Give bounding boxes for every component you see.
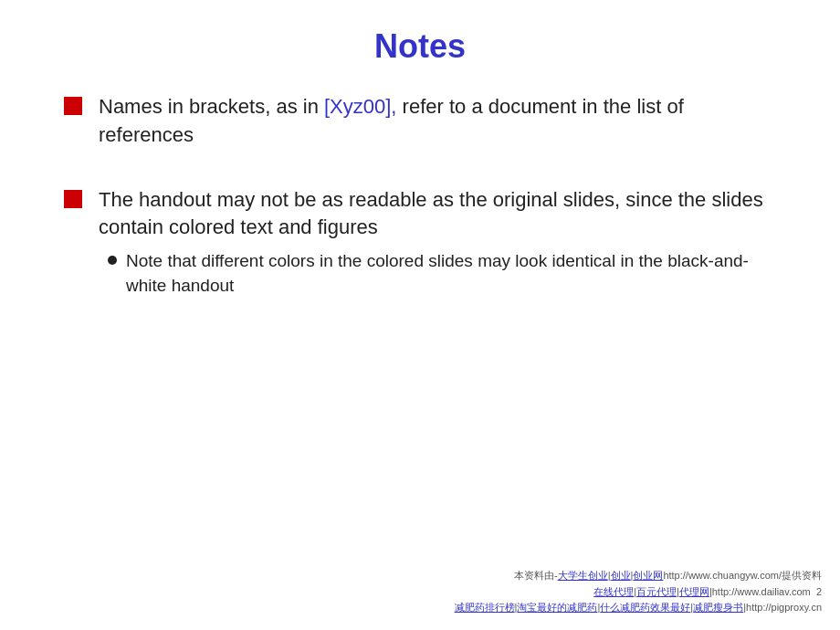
footer-line-2: 在线代理|百元代理|代理网|http://www.dailiav.com 2 bbox=[455, 584, 822, 601]
bullet-square-2 bbox=[64, 190, 82, 208]
bullet-text-1: Names in brackets, as in [Xyz00], refer … bbox=[99, 93, 776, 150]
footer-link-diet4[interactable]: 减肥瘦身书 bbox=[693, 602, 743, 613]
footer-link-diet2[interactable]: 淘宝最好的减肥药 bbox=[517, 602, 597, 613]
footer-link-proxy-net[interactable]: 代理网 bbox=[679, 586, 709, 597]
slide-title: Notes bbox=[55, 18, 785, 66]
bullet-item-1: Names in brackets, as in [Xyz00], refer … bbox=[64, 93, 776, 150]
sub-bullet-text-1: Note that different colors in the colore… bbox=[126, 249, 776, 298]
footer: 本资料由-大学生创业|创业|创业网http://www.chuangyw.com… bbox=[455, 568, 822, 616]
bullet-1-link[interactable]: [Xyz00], bbox=[324, 95, 396, 118]
bullet-text-2: The handout may not be as readable as th… bbox=[99, 186, 776, 299]
content-area: Names in brackets, as in [Xyz00], refer … bbox=[55, 93, 785, 298]
footer-link-university[interactable]: 大学生创业 bbox=[558, 570, 608, 581]
footer-link-diet3[interactable]: 什么减肥药效果最好 bbox=[600, 602, 690, 613]
sub-bullets-2: Note that different colors in the colore… bbox=[108, 249, 776, 298]
slide-container: Notes Names in brackets, as in [Xyz00], … bbox=[0, 0, 840, 630]
footer-line-1: 本资料由-大学生创业|创业|创业网http://www.chuangyw.com… bbox=[455, 568, 822, 584]
footer-link-startup[interactable]: 创业 bbox=[611, 570, 631, 581]
bullet-square-1 bbox=[64, 97, 82, 115]
bullet-1-text-before: Names in brackets, as in bbox=[99, 95, 324, 118]
footer-link-online-proxy[interactable]: 在线代理 bbox=[593, 586, 634, 597]
bullet-dot-1 bbox=[108, 256, 117, 265]
footer-link-startupnet[interactable]: 创业网 bbox=[633, 570, 663, 581]
footer-line-3: 减肥药排行榜|淘宝最好的减肥药|什么减肥药效果最好|减肥瘦身书|http://p… bbox=[455, 600, 822, 616]
bullet-2-main-text: The handout may not be as readable as th… bbox=[99, 188, 763, 239]
sub-bullet-item-1: Note that different colors in the colore… bbox=[108, 249, 776, 298]
bullet-item-2: The handout may not be as readable as th… bbox=[64, 186, 776, 299]
footer-link-diet1[interactable]: 减肥药排行榜 bbox=[455, 602, 515, 613]
page-number: 2 bbox=[816, 586, 822, 597]
footer-link-hundred-proxy[interactable]: 百元代理 bbox=[636, 586, 677, 597]
